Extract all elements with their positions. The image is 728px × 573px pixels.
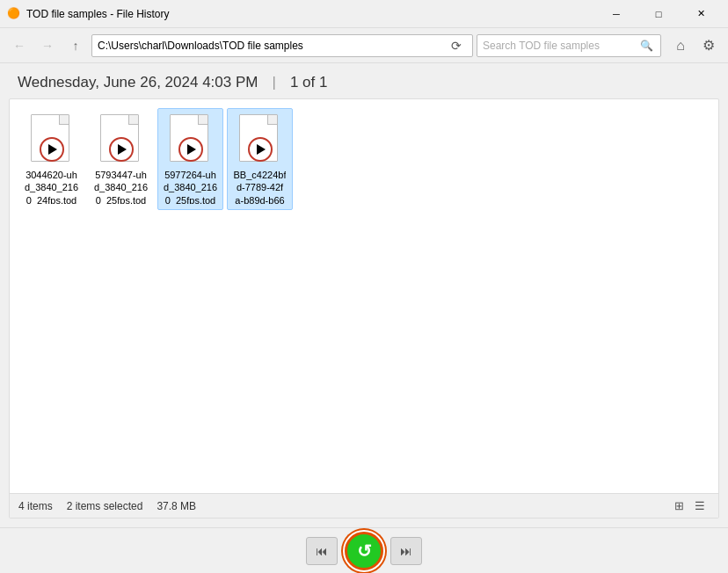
- maximize-button[interactable]: □: [638, 0, 679, 28]
- file-item[interactable]: 5977264-uhd_3840_2160_25fps.tod: [157, 108, 223, 210]
- minimize-button[interactable]: ─: [596, 0, 637, 28]
- grid-view-button[interactable]: ⊞: [669, 497, 688, 515]
- play-icon: [248, 137, 273, 162]
- file-icon: [239, 114, 281, 165]
- toolbar-icons: ⌂ ⚙: [668, 33, 721, 58]
- forward-button[interactable]: →: [35, 33, 60, 58]
- app-icon: 🟠: [7, 7, 21, 21]
- date-separator: |: [272, 74, 275, 91]
- file-name: 3044620-uhd_3840_2160_24fps.tod: [25, 169, 78, 204]
- selected-info: 2 items selected: [67, 500, 143, 512]
- page-info: 1 of 1: [290, 74, 328, 91]
- refresh-button[interactable]: ⟳: [446, 35, 467, 56]
- status-bar: 4 items 2 items selected 37.8 MB ⊞ ☰: [10, 493, 718, 518]
- list-view-button[interactable]: ☰: [690, 497, 710, 515]
- address-text: C:\Users\charl\Downloads\TOD file sample…: [98, 40, 446, 52]
- address-input-wrap[interactable]: C:\Users\charl\Downloads\TOD file sample…: [91, 34, 473, 57]
- file-icon: [100, 114, 142, 165]
- file-icon: [31, 114, 73, 165]
- file-item[interactable]: BB_c4224bfd-7789-42fa-b89d-b66583d17e1..…: [227, 108, 293, 210]
- date-header: Wednesday, June 26, 2024 4:03 PM | 1 of …: [0, 63, 728, 98]
- file-item[interactable]: 5793447-uhd_3840_2160_25fps.tod: [88, 108, 154, 210]
- address-bar: ← → ↑ C:\Users\charl\Downloads\TOD file …: [0, 28, 728, 63]
- search-button[interactable]: 🔍: [637, 37, 655, 54]
- previous-version-button[interactable]: ⏮: [306, 537, 338, 565]
- view-buttons: ⊞ ☰: [669, 497, 710, 515]
- file-name: 5793447-uhd_3840_2160_25fps.tod: [94, 169, 148, 204]
- search-placeholder: Search TOD file samples: [483, 40, 637, 52]
- title-bar: 🟠 TOD file samples - File History ─ □ ✕: [0, 0, 728, 28]
- next-icon: ⏭: [400, 544, 412, 558]
- file-item[interactable]: 3044620-uhd_3840_2160_24fps.tod: [18, 108, 84, 210]
- item-count: 4 items: [18, 500, 53, 512]
- restore-bar: ⏮ ↺ ⏭: [0, 527, 728, 573]
- up-button[interactable]: ↑: [63, 33, 88, 58]
- search-wrap[interactable]: Search TOD file samples 🔍: [477, 34, 661, 57]
- play-icon: [40, 137, 64, 162]
- close-button[interactable]: ✕: [681, 0, 721, 28]
- play-icon: [178, 137, 203, 162]
- file-size: 37.8 MB: [157, 500, 196, 512]
- window-title: TOD file samples - File History: [26, 8, 596, 20]
- back-button[interactable]: ←: [7, 33, 32, 58]
- next-version-button[interactable]: ⏭: [390, 537, 422, 565]
- file-name: 5977264-uhd_3840_2160_25fps.tod: [164, 169, 217, 204]
- main-content: 3044620-uhd_3840_2160_24fps.tod 5793447-…: [9, 98, 719, 519]
- file-name: BB_c4224bfd-7789-42fa-b89d-b66583d17e1..…: [234, 169, 287, 204]
- home-button[interactable]: ⌂: [668, 33, 693, 58]
- restore-icon: ↺: [357, 540, 372, 562]
- restore-button[interactable]: ↺: [345, 532, 383, 570]
- date-text: Wednesday, June 26, 2024 4:03 PM: [18, 74, 258, 91]
- prev-icon: ⏮: [316, 544, 328, 558]
- files-area: 3044620-uhd_3840_2160_24fps.tod 5793447-…: [10, 99, 718, 493]
- window-controls: ─ □ ✕: [596, 0, 721, 28]
- play-icon: [109, 137, 134, 162]
- file-icon: [170, 114, 212, 165]
- settings-button[interactable]: ⚙: [696, 33, 721, 58]
